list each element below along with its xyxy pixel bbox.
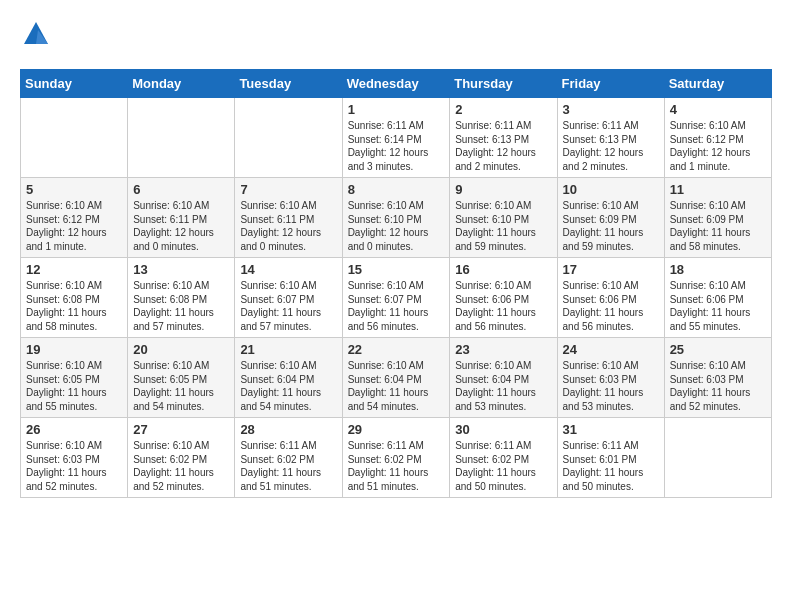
- day-number: 2: [455, 102, 551, 117]
- weekday-header: Monday: [128, 70, 235, 98]
- day-info: Sunrise: 6:10 AM Sunset: 6:08 PM Dayligh…: [133, 279, 229, 333]
- calendar-week-row: 19Sunrise: 6:10 AM Sunset: 6:05 PM Dayli…: [21, 338, 772, 418]
- day-info: Sunrise: 6:10 AM Sunset: 6:06 PM Dayligh…: [563, 279, 659, 333]
- day-number: 13: [133, 262, 229, 277]
- calendar-cell: 6Sunrise: 6:10 AM Sunset: 6:11 PM Daylig…: [128, 178, 235, 258]
- calendar-cell: 15Sunrise: 6:10 AM Sunset: 6:07 PM Dayli…: [342, 258, 450, 338]
- calendar-cell: 10Sunrise: 6:10 AM Sunset: 6:09 PM Dayli…: [557, 178, 664, 258]
- calendar-cell: 13Sunrise: 6:10 AM Sunset: 6:08 PM Dayli…: [128, 258, 235, 338]
- header: [20, 20, 772, 53]
- calendar-cell: 4Sunrise: 6:10 AM Sunset: 6:12 PM Daylig…: [664, 98, 771, 178]
- day-number: 17: [563, 262, 659, 277]
- calendar-cell: 26Sunrise: 6:10 AM Sunset: 6:03 PM Dayli…: [21, 418, 128, 498]
- calendar-header-row: SundayMondayTuesdayWednesdayThursdayFrid…: [21, 70, 772, 98]
- day-number: 4: [670, 102, 766, 117]
- calendar-cell: 5Sunrise: 6:10 AM Sunset: 6:12 PM Daylig…: [21, 178, 128, 258]
- day-info: Sunrise: 6:10 AM Sunset: 6:11 PM Dayligh…: [240, 199, 336, 253]
- day-info: Sunrise: 6:10 AM Sunset: 6:07 PM Dayligh…: [348, 279, 445, 333]
- logo: [20, 20, 50, 53]
- day-number: 27: [133, 422, 229, 437]
- day-info: Sunrise: 6:10 AM Sunset: 6:10 PM Dayligh…: [455, 199, 551, 253]
- calendar-cell: 11Sunrise: 6:10 AM Sunset: 6:09 PM Dayli…: [664, 178, 771, 258]
- calendar-cell: 20Sunrise: 6:10 AM Sunset: 6:05 PM Dayli…: [128, 338, 235, 418]
- day-number: 12: [26, 262, 122, 277]
- day-number: 3: [563, 102, 659, 117]
- day-info: Sunrise: 6:10 AM Sunset: 6:12 PM Dayligh…: [26, 199, 122, 253]
- calendar-week-row: 5Sunrise: 6:10 AM Sunset: 6:12 PM Daylig…: [21, 178, 772, 258]
- calendar-cell: 24Sunrise: 6:10 AM Sunset: 6:03 PM Dayli…: [557, 338, 664, 418]
- calendar-cell: [235, 98, 342, 178]
- day-number: 21: [240, 342, 336, 357]
- day-info: Sunrise: 6:10 AM Sunset: 6:03 PM Dayligh…: [670, 359, 766, 413]
- svg-marker-1: [36, 30, 48, 44]
- day-info: Sunrise: 6:11 AM Sunset: 6:14 PM Dayligh…: [348, 119, 445, 173]
- calendar-cell: 8Sunrise: 6:10 AM Sunset: 6:10 PM Daylig…: [342, 178, 450, 258]
- weekday-header: Saturday: [664, 70, 771, 98]
- day-info: Sunrise: 6:10 AM Sunset: 6:09 PM Dayligh…: [563, 199, 659, 253]
- day-number: 26: [26, 422, 122, 437]
- day-info: Sunrise: 6:10 AM Sunset: 6:09 PM Dayligh…: [670, 199, 766, 253]
- day-number: 22: [348, 342, 445, 357]
- day-info: Sunrise: 6:10 AM Sunset: 6:04 PM Dayligh…: [240, 359, 336, 413]
- day-info: Sunrise: 6:10 AM Sunset: 6:05 PM Dayligh…: [133, 359, 229, 413]
- day-info: Sunrise: 6:10 AM Sunset: 6:07 PM Dayligh…: [240, 279, 336, 333]
- day-info: Sunrise: 6:10 AM Sunset: 6:10 PM Dayligh…: [348, 199, 445, 253]
- day-number: 23: [455, 342, 551, 357]
- day-info: Sunrise: 6:10 AM Sunset: 6:05 PM Dayligh…: [26, 359, 122, 413]
- day-number: 9: [455, 182, 551, 197]
- calendar-cell: [21, 98, 128, 178]
- day-info: Sunrise: 6:10 AM Sunset: 6:06 PM Dayligh…: [455, 279, 551, 333]
- day-number: 19: [26, 342, 122, 357]
- calendar-cell: 25Sunrise: 6:10 AM Sunset: 6:03 PM Dayli…: [664, 338, 771, 418]
- page: SundayMondayTuesdayWednesdayThursdayFrid…: [0, 0, 792, 508]
- day-number: 28: [240, 422, 336, 437]
- calendar: SundayMondayTuesdayWednesdayThursdayFrid…: [20, 69, 772, 498]
- day-number: 29: [348, 422, 445, 437]
- calendar-cell: 27Sunrise: 6:10 AM Sunset: 6:02 PM Dayli…: [128, 418, 235, 498]
- day-number: 15: [348, 262, 445, 277]
- calendar-cell: 28Sunrise: 6:11 AM Sunset: 6:02 PM Dayli…: [235, 418, 342, 498]
- calendar-week-row: 12Sunrise: 6:10 AM Sunset: 6:08 PM Dayli…: [21, 258, 772, 338]
- day-info: Sunrise: 6:10 AM Sunset: 6:03 PM Dayligh…: [26, 439, 122, 493]
- day-info: Sunrise: 6:10 AM Sunset: 6:06 PM Dayligh…: [670, 279, 766, 333]
- day-info: Sunrise: 6:10 AM Sunset: 6:04 PM Dayligh…: [348, 359, 445, 413]
- calendar-cell: 22Sunrise: 6:10 AM Sunset: 6:04 PM Dayli…: [342, 338, 450, 418]
- calendar-week-row: 26Sunrise: 6:10 AM Sunset: 6:03 PM Dayli…: [21, 418, 772, 498]
- weekday-header: Tuesday: [235, 70, 342, 98]
- day-number: 18: [670, 262, 766, 277]
- calendar-cell: 23Sunrise: 6:10 AM Sunset: 6:04 PM Dayli…: [450, 338, 557, 418]
- day-info: Sunrise: 6:10 AM Sunset: 6:08 PM Dayligh…: [26, 279, 122, 333]
- weekday-header: Friday: [557, 70, 664, 98]
- day-number: 20: [133, 342, 229, 357]
- calendar-cell: 18Sunrise: 6:10 AM Sunset: 6:06 PM Dayli…: [664, 258, 771, 338]
- weekday-header: Sunday: [21, 70, 128, 98]
- day-info: Sunrise: 6:11 AM Sunset: 6:01 PM Dayligh…: [563, 439, 659, 493]
- day-info: Sunrise: 6:11 AM Sunset: 6:02 PM Dayligh…: [348, 439, 445, 493]
- calendar-cell: 14Sunrise: 6:10 AM Sunset: 6:07 PM Dayli…: [235, 258, 342, 338]
- day-info: Sunrise: 6:11 AM Sunset: 6:13 PM Dayligh…: [455, 119, 551, 173]
- day-number: 14: [240, 262, 336, 277]
- calendar-cell: 21Sunrise: 6:10 AM Sunset: 6:04 PM Dayli…: [235, 338, 342, 418]
- day-info: Sunrise: 6:10 AM Sunset: 6:03 PM Dayligh…: [563, 359, 659, 413]
- calendar-cell: 17Sunrise: 6:10 AM Sunset: 6:06 PM Dayli…: [557, 258, 664, 338]
- day-number: 8: [348, 182, 445, 197]
- day-number: 6: [133, 182, 229, 197]
- day-number: 31: [563, 422, 659, 437]
- day-info: Sunrise: 6:11 AM Sunset: 6:13 PM Dayligh…: [563, 119, 659, 173]
- day-info: Sunrise: 6:10 AM Sunset: 6:02 PM Dayligh…: [133, 439, 229, 493]
- day-info: Sunrise: 6:10 AM Sunset: 6:04 PM Dayligh…: [455, 359, 551, 413]
- calendar-cell: 19Sunrise: 6:10 AM Sunset: 6:05 PM Dayli…: [21, 338, 128, 418]
- day-info: Sunrise: 6:11 AM Sunset: 6:02 PM Dayligh…: [240, 439, 336, 493]
- day-number: 10: [563, 182, 659, 197]
- day-number: 7: [240, 182, 336, 197]
- day-number: 30: [455, 422, 551, 437]
- calendar-cell: 9Sunrise: 6:10 AM Sunset: 6:10 PM Daylig…: [450, 178, 557, 258]
- calendar-cell: 30Sunrise: 6:11 AM Sunset: 6:02 PM Dayli…: [450, 418, 557, 498]
- calendar-cell: [664, 418, 771, 498]
- weekday-header: Thursday: [450, 70, 557, 98]
- calendar-cell: 7Sunrise: 6:10 AM Sunset: 6:11 PM Daylig…: [235, 178, 342, 258]
- logo-icon: [22, 20, 50, 48]
- day-number: 1: [348, 102, 445, 117]
- weekday-header: Wednesday: [342, 70, 450, 98]
- day-number: 5: [26, 182, 122, 197]
